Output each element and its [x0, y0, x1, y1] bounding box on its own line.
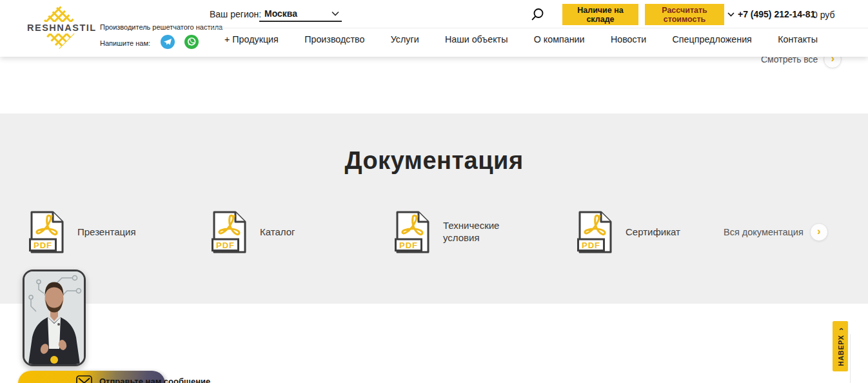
telegram-icon[interactable] — [161, 35, 175, 49]
chat-button[interactable]: Отправьте нам сообщение — [18, 371, 165, 383]
scroll-track[interactable] — [850, 334, 851, 383]
docs-title: Документация — [0, 147, 868, 175]
region-value: Москва — [264, 8, 297, 19]
svg-text:PDF: PDF — [399, 241, 418, 250]
logo-text: RESHNASTIL — [27, 22, 92, 34]
chat-label: Отправьте нам сообщение — [99, 377, 210, 383]
doc-item-catalog[interactable]: PDF Каталог — [212, 210, 295, 254]
region-label: Ваш регион: — [210, 9, 261, 19]
doc-item-presentation[interactable]: PDF Презентация — [29, 210, 136, 254]
presenter-illustration — [25, 271, 84, 364]
chevron-up-icon: › — [836, 327, 845, 330]
nav-item-about[interactable]: О компании — [534, 34, 585, 44]
region-select[interactable]: Москва — [259, 6, 342, 22]
chevron-down-icon — [331, 11, 339, 16]
all-docs-link[interactable]: Вся документация › — [724, 223, 828, 241]
nav-item-products[interactable]: + Продукция — [224, 34, 279, 44]
phone-number: +7 (495) 212-14-81 — [738, 9, 815, 19]
doc-item-tech-conditions[interactable]: PDF Технические условия — [395, 210, 505, 254]
phone-link[interactable]: +7 (495) 212-14-81 — [727, 9, 815, 19]
svg-text:PDF: PDF — [34, 241, 52, 250]
pdf-icon: PDF — [577, 210, 613, 254]
nav-item-specials[interactable]: Спецпредложения — [673, 34, 752, 44]
back-to-top-button[interactable]: НАВЕРХ › — [833, 321, 848, 371]
main-nav: + Продукция Производство Услуги Наши объ… — [224, 34, 818, 44]
tagline: Производитель решетчатого настила — [100, 23, 222, 31]
search-icon[interactable] — [530, 7, 545, 22]
nav-item-contacts[interactable]: Контакты — [778, 34, 818, 44]
video-widget[interactable] — [23, 270, 86, 366]
stock-button[interactable]: Наличие на складе — [562, 4, 638, 25]
chevron-right-icon: › — [817, 226, 821, 237]
site-header: RESHNASTIL Производитель решетчатого нас… — [0, 0, 868, 57]
all-docs-label: Вся документация — [724, 227, 804, 237]
envelope-icon — [76, 375, 92, 383]
back-to-top-label: НАВЕРХ — [836, 335, 844, 366]
pdf-icon: PDF — [29, 210, 65, 254]
write-us-label: Напишите нам: — [100, 39, 150, 47]
svg-text:PDF: PDF — [582, 241, 600, 250]
nav-item-objects[interactable]: Наши объекты — [445, 34, 508, 44]
logo[interactable]: RESHNASTIL — [28, 3, 90, 53]
svg-text:PDF: PDF — [216, 241, 235, 250]
chevron-down-icon — [727, 12, 735, 17]
nav-item-production[interactable]: Производство — [304, 34, 364, 44]
chevron-right-circle: › — [810, 223, 828, 241]
pdf-icon: PDF — [212, 210, 248, 254]
cart-total[interactable]: 0 руб — [813, 10, 834, 20]
doc-label: Сертификат — [626, 226, 680, 239]
nav-item-news[interactable]: Новости — [611, 34, 646, 44]
doc-label: Каталог — [260, 226, 295, 239]
doc-label: Презентация — [77, 226, 136, 239]
nav-item-services[interactable]: Услуги — [391, 34, 419, 44]
documentation-section: Документация PDF Презентация PDF Каталог… — [0, 113, 868, 304]
calc-button[interactable]: Рассчитать стоимость — [645, 4, 724, 25]
whatsapp-icon[interactable] — [184, 35, 199, 49]
pdf-icon: PDF — [395, 210, 431, 254]
doc-item-certificate[interactable]: PDF Сертификат — [577, 210, 680, 254]
doc-label: Технические условия — [443, 220, 505, 244]
header-divider — [206, 28, 868, 28]
